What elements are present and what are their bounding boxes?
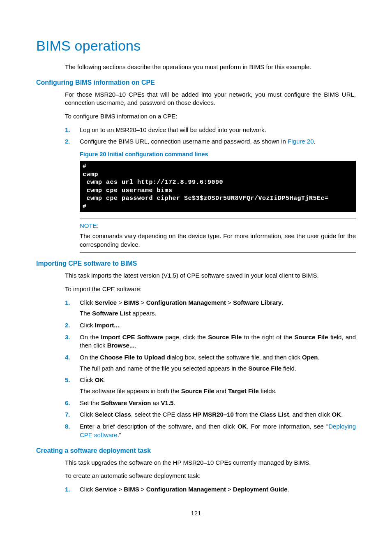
section-heading-configuring: Configuring BIMS information on CPE xyxy=(36,79,356,86)
list-item: 5.Click OK. The software file appears in… xyxy=(65,376,356,395)
document-page: BIMS operations The following sections d… xyxy=(0,0,392,533)
list-item: 8.Enter a brief description of the softw… xyxy=(65,422,356,439)
paragraph: This task imports the latest version (V1… xyxy=(65,271,356,280)
note-block: NOTE: The commands vary depending on the… xyxy=(80,218,356,253)
list-number: 8. xyxy=(65,422,70,431)
list-item: 1.Click Service > BIMS > Configuration M… xyxy=(65,299,356,318)
list-item: 2.Configure the BIMS URL, connection use… xyxy=(65,137,356,253)
terminal-output: # cwmp cwmp acs url http://172.8.99.6:90… xyxy=(80,161,356,212)
list-item: 6.Set the Software Version as V1.5. xyxy=(65,399,356,408)
list-text: Set the Software Version as V1.5. xyxy=(80,399,175,406)
paragraph: For those MSR20–10 CPEs that will be add… xyxy=(65,90,356,107)
list-number: 5. xyxy=(65,376,70,385)
list-item: 7.Click Select Class, select the CPE cla… xyxy=(65,410,356,419)
list-number: 2. xyxy=(65,137,70,146)
list-item: 1.Click Service > BIMS > Configuration M… xyxy=(65,485,356,494)
list-text: Click Select Class, select the CPE class… xyxy=(80,411,343,418)
note-text: The commands vary depending on the devic… xyxy=(80,232,356,249)
list-number: 1. xyxy=(65,126,70,134)
paragraph: To create an automatic software deployme… xyxy=(65,472,356,480)
section-heading-creating: Creating a software deployment task xyxy=(36,447,356,454)
list-text: Enter a brief description of the softwar… xyxy=(80,423,356,438)
ordered-list: 1.Log on to an MSR20–10 device that will… xyxy=(65,126,356,253)
page-number: 121 xyxy=(0,510,392,517)
paragraph: This task upgrades the software on the H… xyxy=(65,459,356,467)
list-text: Configure the BIMS URL, connection usern… xyxy=(80,138,316,145)
ordered-list: 1.Click Service > BIMS > Configuration M… xyxy=(65,485,356,494)
list-number: 4. xyxy=(65,353,70,362)
list-number: 7. xyxy=(65,410,70,419)
list-sub-text: The Software List appears. xyxy=(80,309,356,318)
list-number: 1. xyxy=(65,299,70,307)
list-item: 3.On the Import CPE Software page, click… xyxy=(65,333,356,350)
list-item: 4.On the Choose File to Upload dialog bo… xyxy=(65,353,356,373)
list-sub-text: The full path and name of the file you s… xyxy=(80,364,356,373)
list-number: 1. xyxy=(65,485,70,494)
figure-link[interactable]: Figure 20 xyxy=(288,138,314,145)
list-text: On the Import CPE Software page, click t… xyxy=(80,334,356,349)
list-text: Log on to an MSR20–10 device that will b… xyxy=(80,126,266,133)
list-text: Click Service > BIMS > Configuration Man… xyxy=(80,486,289,493)
list-number: 2. xyxy=(65,321,70,330)
list-text: Click Service > BIMS > Configuration Man… xyxy=(80,299,284,306)
section-heading-importing: Importing CPE software to BIMS xyxy=(36,260,356,267)
ordered-list: 1.Click Service > BIMS > Configuration M… xyxy=(65,299,356,440)
list-item: 2.Click Import.... xyxy=(65,321,356,330)
page-title: BIMS operations xyxy=(36,38,356,54)
list-sub-text: The software file appears in both the So… xyxy=(80,387,356,396)
list-text: On the Choose File to Upload dialog box,… xyxy=(80,354,320,361)
list-item: 1.Log on to an MSR20–10 device that will… xyxy=(65,126,356,134)
figure-caption: Figure 20 Initial configuration command … xyxy=(80,150,356,158)
list-text: Click OK. xyxy=(80,376,106,383)
note-label: NOTE: xyxy=(80,222,356,230)
intro-paragraph: The following sections describe the oper… xyxy=(65,63,356,72)
list-number: 3. xyxy=(65,333,70,342)
list-number: 6. xyxy=(65,399,70,408)
list-text: Click Import.... xyxy=(80,322,121,329)
paragraph: To configure BIMS information on a CPE: xyxy=(65,112,356,121)
paragraph: To import the CPE software: xyxy=(65,285,356,294)
